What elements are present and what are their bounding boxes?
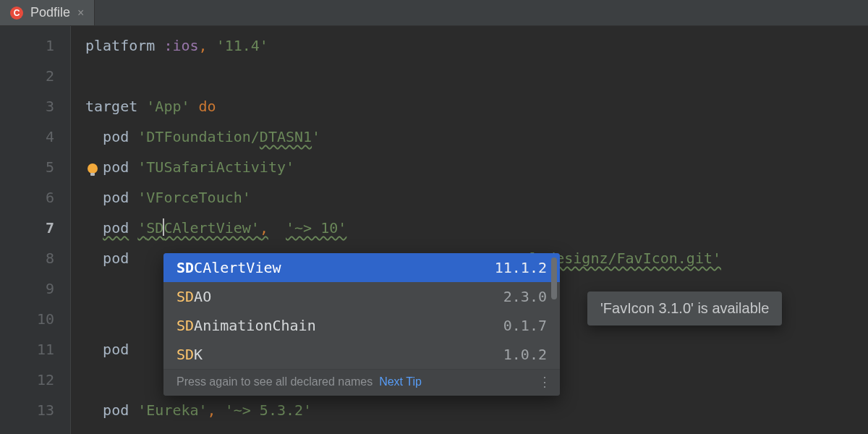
line-number: 6 [0,182,54,213]
completion-footer-hint: Press again to see all declared names [176,375,373,388]
svg-rect-1 [90,173,95,176]
code-line: platform :ios, '11.4' [85,30,868,61]
code-line: pod 'TUSafariActivity' [85,152,868,182]
more-icon[interactable]: ⋮ [538,374,550,390]
line-number: 11 [0,334,54,365]
completion-item[interactable]: SDCAlertView 11.1.2 [163,253,560,282]
tab-bar: C Podfile × [0,0,868,26]
completion-item-version: 2.3.0 [503,288,547,305]
update-available-tooltip: 'FavIcon 3.1.0' is available [587,292,782,326]
line-number: 9 [0,273,54,304]
line-number: 12 [0,365,54,395]
file-tab[interactable]: C Podfile × [0,0,95,25]
line-number-gutter: 1 2 3 4 5 6 7 8 9 10 11 12 13 [0,26,71,434]
code-line: pod 'VForceTouch' [85,182,868,213]
code-line: pod 'DTFoundation/DTASN1' [85,122,868,152]
completion-item-version: 11.1.2 [495,259,547,276]
cocoapods-icon: C [10,7,23,20]
completion-item[interactable]: SDAnimationChain 0.1.7 [163,311,560,340]
intention-bulb-icon[interactable] [85,163,100,177]
line-number: 4 [0,122,54,152]
popup-scrollbar[interactable] [551,258,557,299]
completion-item[interactable]: SDK 1.0.2 [163,340,560,369]
line-number: 2 [0,61,54,91]
completion-item[interactable]: SDAO 2.3.0 [163,282,560,311]
code-line: pod 'Eureka', '~> 5.3.2' [85,395,868,425]
line-number-current: 7 [0,213,54,243]
code-line [85,61,868,91]
line-number: 10 [0,304,54,334]
code-line: target 'App' do [85,91,868,122]
completion-item-version: 1.0.2 [503,346,547,363]
line-number: 3 [0,91,54,122]
next-tip-link[interactable]: Next Tip [379,375,422,388]
line-number: 13 [0,395,54,425]
close-icon[interactable]: × [77,7,84,20]
line-number: 5 [0,152,54,182]
line-number: 8 [0,243,54,273]
code-line-current: pod 'SDCAlertView', '~> 10' [85,213,868,243]
tab-filename: Podfile [30,5,70,20]
line-number: 1 [0,30,54,61]
completion-item-version: 0.1.7 [503,317,547,334]
svg-point-0 [88,163,98,174]
completion-footer: Press again to see all declared names Ne… [163,369,560,396]
completion-popup: SDCAlertView 11.1.2 SDAO 2.3.0 SDAnimati… [163,253,560,396]
